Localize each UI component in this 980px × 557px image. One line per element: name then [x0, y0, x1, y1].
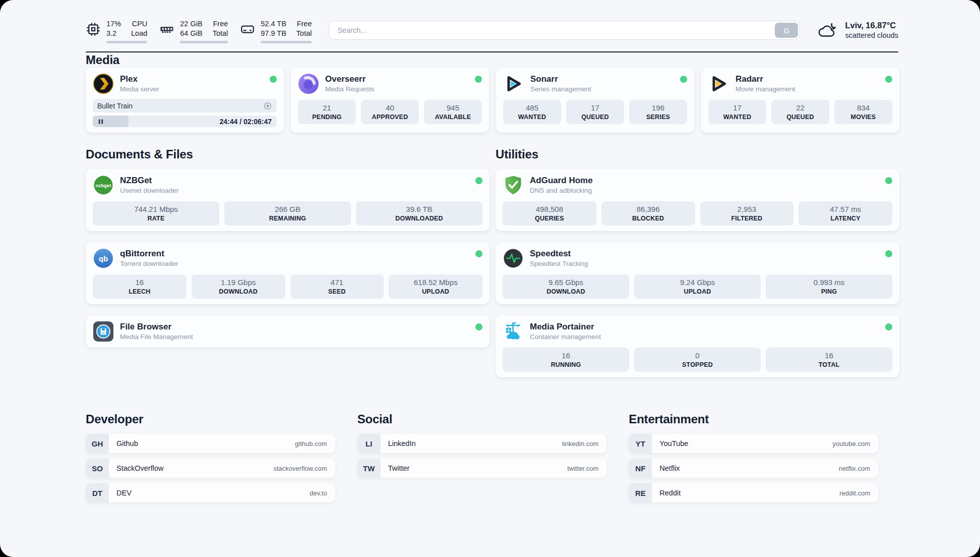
app-subtitle: Media File Management	[120, 332, 193, 342]
app-card-portainer[interactable]: Media Portainer Container management 16R…	[496, 315, 899, 377]
stat-row: 498,508QUERIES 86,396BLOCKED 2,953FILTER…	[503, 201, 892, 226]
bookmark-url: netflix.com	[839, 465, 870, 472]
app-card-sonarr[interactable]: Sonarr Series management 485WANTED 17QUE…	[496, 68, 694, 133]
sonarr-icon	[503, 73, 524, 94]
bookmark-name: YouTube	[659, 439, 688, 448]
bookmarks-area: Developer GH Github github.com SO StackO…	[86, 412, 878, 508]
app-card-speedtest[interactable]: Speedtest Speedtest Tracking 9.65 GbpsDO…	[496, 242, 899, 304]
cpu-label: CPU	[131, 19, 147, 29]
pause-icon[interactable]	[97, 118, 104, 125]
cpu-icon	[86, 22, 101, 37]
stat-latency: 47.57 msLATENCY	[799, 201, 892, 226]
radarr-icon	[708, 73, 729, 94]
bookmark-group-entertainment: Entertainment YT YouTube youtube.com NF …	[629, 412, 878, 508]
status-dot	[885, 76, 892, 83]
stat-row: 9.65 GbpsDOWNLOAD 9.24 GbpsUPLOAD 0.993 …	[503, 274, 892, 299]
now-playing-row: Bullet Train	[93, 99, 277, 113]
cpu-load-label: Load	[131, 29, 147, 38]
disk-free-value: 52.4 TB	[261, 19, 286, 29]
app-name: File Browser	[120, 321, 193, 332]
ram-total-label: Total	[213, 29, 228, 38]
app-name: Plex	[120, 74, 159, 85]
media-cards-row: Plex Media server Bullet Train 24:44 / 0…	[86, 68, 899, 133]
disk-total-label: Total	[296, 29, 312, 38]
stat-filtered: 2,953FILTERED	[700, 201, 794, 226]
app-subtitle: Movie management	[736, 85, 795, 94]
search-bar: G	[329, 21, 800, 40]
bookmark-name: DEV	[116, 489, 132, 497]
stat-queued: 17QUEUED	[566, 100, 624, 124]
bookmark-group-title: Developer	[86, 412, 335, 427]
ram-progress-bar	[180, 41, 228, 43]
portainer-icon	[503, 321, 524, 342]
bookmark-url: stackoverflow.com	[273, 465, 327, 472]
app-card-plex[interactable]: Plex Media server Bullet Train 24:44 / 0…	[86, 68, 284, 133]
app-subtitle: Container management	[530, 332, 601, 342]
nzbget-icon: nzbget	[93, 175, 114, 196]
section-title-utilities: Utilities	[496, 147, 899, 162]
record-icon[interactable]	[263, 101, 272, 110]
bookmark-github[interactable]: GH Github github.com	[86, 434, 335, 453]
cpu-progress-bar	[106, 41, 147, 43]
stat-seed: 471SEED	[290, 274, 384, 299]
app-card-filebrowser[interactable]: File Browser Media File Management	[86, 315, 489, 348]
svg-text:nzbget: nzbget	[96, 183, 111, 188]
status-dot	[270, 76, 277, 83]
stat-rate: 744.21 MbpsRATE	[93, 201, 219, 226]
app-name: Media Portainer	[530, 321, 601, 332]
bookmark-url: github.com	[295, 440, 327, 448]
disk-progress-bar	[261, 41, 312, 43]
cpu-widget: 17% CPU 3.2 Load	[86, 19, 147, 43]
app-card-radarr[interactable]: Radarr Movie management 17WANTED 22QUEUE…	[701, 68, 899, 133]
app-card-nzbget[interactable]: nzbget NZBGet Usenet downloader 744.21 M…	[86, 169, 489, 231]
weather-widget: Lviv, 16.87°C scattered clouds	[817, 20, 898, 40]
app-subtitle: Speedtest Tracking	[530, 259, 588, 268]
search-engine-button[interactable]: G	[775, 23, 798, 38]
bookmark-dev[interactable]: DT DEV dev.to	[86, 483, 335, 503]
bookmark-url: reddit.com	[839, 489, 870, 497]
bookmark-name: StackOverflow	[116, 464, 163, 472]
app-card-overseerr[interactable]: Overseerr Media Requests 21PENDING 40APP…	[291, 68, 489, 133]
stat-approved: 40APPROVED	[361, 100, 419, 124]
section-title-media: Media	[86, 52, 899, 68]
weather-condition: scattered clouds	[845, 31, 898, 40]
qbittorrent-icon: qb	[93, 248, 114, 269]
player-progress-row: 24:44 / 02:06:47	[93, 116, 277, 127]
bookmark-linkedin[interactable]: LI LinkedIn linkedin.com	[357, 434, 607, 453]
stat-row: 16LEECH 1.19 GbpsDOWNLOAD 471SEED 618.52…	[93, 274, 482, 299]
ram-total-value: 64 GiB	[180, 29, 202, 38]
weather-location-temp: Lviv, 16.87°C	[845, 20, 898, 31]
app-subtitle: Usenet downloader	[120, 186, 178, 195]
stat-leech: 16LEECH	[93, 274, 187, 299]
stat-row: 21PENDING 40APPROVED 945AVAILABLE	[298, 100, 482, 124]
app-card-adguard[interactable]: AdGuard Home DNS and adblocking 498,508Q…	[496, 169, 899, 231]
stat-wanted: 17WANTED	[708, 100, 766, 124]
bookmark-abbr: NF	[629, 459, 652, 478]
utilities-column: Utilities AdGuard Home DNS and adblockin…	[496, 147, 899, 388]
bookmark-reddit[interactable]: RE Reddit reddit.com	[629, 483, 878, 503]
bookmark-netflix[interactable]: NF Netflix netflix.com	[629, 459, 878, 478]
bookmark-abbr: DT	[86, 483, 109, 503]
stat-row: 17WANTED 22QUEUED 834MOVIES	[708, 100, 892, 124]
bookmark-youtube[interactable]: YT YouTube youtube.com	[629, 434, 878, 453]
stat-available: 945AVAILABLE	[424, 100, 482, 124]
stat-ping: 0.993 msPING	[766, 274, 892, 299]
app-card-qbittorrent[interactable]: qb qBittorrent Torrent downloader 16LEEC…	[86, 242, 489, 304]
status-dot	[475, 76, 482, 83]
playback-time: 24:44 / 02:06:47	[219, 118, 272, 126]
status-dot	[680, 76, 687, 83]
bookmark-url: linkedin.com	[562, 440, 598, 448]
search-input[interactable]	[329, 21, 800, 40]
bookmark-abbr: SO	[86, 459, 109, 478]
ram-icon	[159, 22, 174, 37]
app-subtitle: Media Requests	[325, 85, 375, 94]
bookmark-stackoverflow[interactable]: SO StackOverflow stackoverflow.com	[86, 459, 335, 478]
stat-movies: 834MOVIES	[834, 100, 892, 124]
app-name: NZBGet	[120, 175, 178, 186]
stat-downloaded: 39.6 TBDOWNLOADED	[356, 201, 482, 226]
app-subtitle: Media server	[120, 85, 159, 94]
app-name: AdGuard Home	[530, 175, 593, 186]
bookmark-twitter[interactable]: TW Twitter twitter.com	[357, 459, 607, 478]
bookmark-group-developer: Developer GH Github github.com SO StackO…	[86, 412, 335, 508]
disk-total-value: 97.9 TB	[261, 29, 286, 38]
